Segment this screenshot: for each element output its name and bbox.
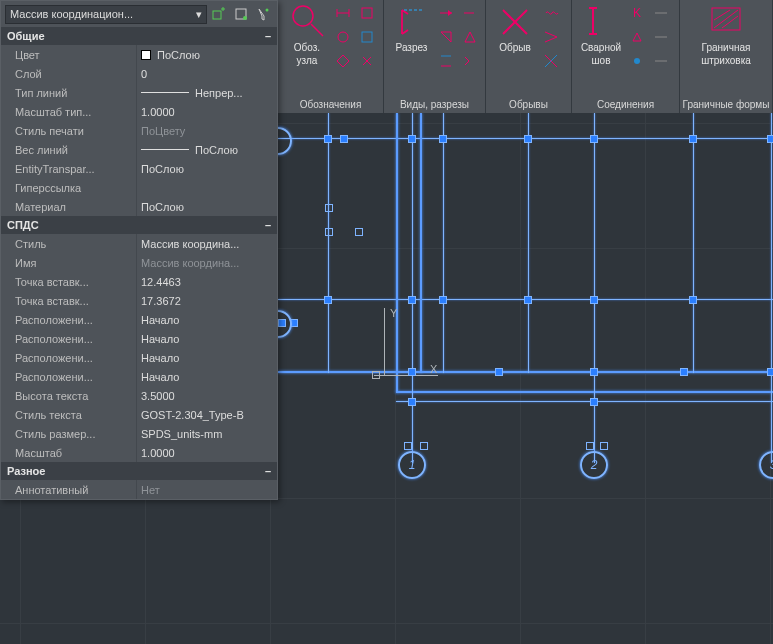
property-value-text: Массив координа... [141, 257, 239, 269]
property-value[interactable]: SPDS_units-mm [136, 424, 277, 443]
property-row[interactable]: Высота текста3.5000 [1, 386, 277, 405]
property-value[interactable]: 17.3672 [136, 291, 277, 310]
ribbon-g4-1[interactable]: K [626, 2, 648, 24]
svg-marker-13 [441, 32, 451, 42]
ribbon-g3-1[interactable] [540, 2, 562, 24]
chevron-down-icon: ▾ [196, 8, 202, 21]
ribbon-g4-5[interactable] [626, 50, 648, 72]
label: Обоз. [294, 42, 320, 53]
collapse-icon[interactable]: – [265, 219, 271, 231]
ribbon-g4-3[interactable] [626, 26, 648, 48]
ribbon-small-4[interactable] [356, 26, 378, 48]
collapse-icon[interactable]: – [265, 30, 271, 42]
property-row[interactable]: Точка вставк...12.4463 [1, 272, 277, 291]
property-value[interactable]: GOST-2.304_Type-B [136, 405, 277, 424]
property-row[interactable]: Стиль печатиПоЦвету [1, 121, 277, 140]
ribbon-g2-5[interactable] [435, 50, 457, 72]
property-row[interactable]: Вес линийПоСлою [1, 140, 277, 159]
property-row[interactable]: Расположени...Начало [1, 310, 277, 329]
property-row[interactable]: ЦветПоСлою [1, 45, 277, 64]
section-header[interactable]: СПДС– [1, 216, 277, 234]
quick-select-button[interactable] [253, 4, 273, 24]
ribbon-g2-1[interactable] [435, 2, 457, 24]
ribbon-g4-4[interactable] [650, 26, 672, 48]
property-value-text: 12.4463 [141, 276, 181, 288]
property-row[interactable]: СтильМассив координа... [1, 234, 277, 253]
property-value-text: 3.5000 [141, 390, 175, 402]
axis-bubble-1[interactable]: 1 [398, 451, 426, 479]
ribbon-g3-3[interactable] [540, 50, 562, 72]
property-value[interactable]: Массив координа... [136, 253, 277, 272]
property-value[interactable]: Начало [136, 367, 277, 386]
ribbon-small-3[interactable] [332, 26, 354, 48]
property-value-text: Начало [141, 314, 179, 326]
property-value[interactable]: Нет [136, 480, 277, 499]
svg-line-33 [722, 16, 738, 28]
property-value[interactable]: 1.0000 [136, 102, 277, 121]
collapse-icon[interactable]: – [265, 465, 271, 477]
property-value[interactable]: Начало [136, 329, 277, 348]
ribbon-g4-2[interactable] [650, 2, 672, 24]
property-key: Вес линий [1, 144, 136, 156]
properties-panel: Массив координацион... ▾ Общие–ЦветПоСло… [0, 0, 278, 500]
property-value[interactable]: ПоЦвету [136, 121, 277, 140]
ribbon-small-5[interactable] [332, 50, 354, 72]
property-row[interactable]: Стиль размер...SPDS_units-mm [1, 424, 277, 443]
ribbon-g2-4[interactable] [459, 26, 481, 48]
axis-bubble-2[interactable]: 2 [580, 451, 608, 479]
ribbon-small-2[interactable] [356, 2, 378, 24]
ribbon-g4-6[interactable] [650, 50, 672, 72]
break-button[interactable]: Обрыв [490, 2, 540, 66]
node-designation-button[interactable]: Обоз. узла [282, 2, 332, 66]
property-row[interactable]: Точка вставк...17.3672 [1, 291, 277, 310]
ribbon-g2-3[interactable] [435, 26, 457, 48]
property-row[interactable]: МатериалПоСлою [1, 197, 277, 216]
property-value[interactable]: 1.0000 [136, 443, 277, 462]
property-value-text: SPDS_units-mm [141, 428, 222, 440]
toggle-pickadd-button[interactable] [209, 4, 229, 24]
property-key: Стиль [1, 238, 136, 250]
weld-seam-button[interactable]: Сварной шов [576, 2, 626, 66]
property-row[interactable]: Масштаб1.0000 [1, 443, 277, 462]
property-key: EntityTranspar... [1, 163, 136, 175]
property-row[interactable]: Слой0 [1, 64, 277, 83]
section-button[interactable]: Разрез [388, 2, 435, 66]
property-value[interactable]: 3.5000 [136, 386, 277, 405]
property-value[interactable]: 12.4463 [136, 272, 277, 291]
property-value[interactable] [136, 178, 277, 197]
property-value[interactable]: ПоСлою [136, 45, 277, 64]
section-header[interactable]: Общие– [1, 27, 277, 45]
property-value[interactable]: Начало [136, 348, 277, 367]
property-row[interactable]: Тип линийНепрер... [1, 83, 277, 102]
object-type-dropdown[interactable]: Массив координацион... ▾ [5, 5, 207, 24]
property-value[interactable]: ПоСлою [136, 197, 277, 216]
property-row[interactable]: Расположени...Начало [1, 348, 277, 367]
ribbon-g2-6[interactable] [459, 50, 481, 72]
ribbon-g3-2[interactable] [540, 26, 562, 48]
axis-bubble-3[interactable]: 3 [759, 451, 773, 479]
ribbon-small-1[interactable] [332, 2, 354, 24]
property-value[interactable]: Массив координа... [136, 234, 277, 253]
property-value[interactable]: Начало [136, 310, 277, 329]
property-key: Масштаб [1, 447, 136, 459]
property-row[interactable]: Гиперссылка [1, 178, 277, 197]
ribbon-small-6[interactable] [356, 50, 378, 72]
select-objects-button[interactable] [231, 4, 251, 24]
section-header[interactable]: Разное– [1, 462, 277, 480]
property-row[interactable]: АннотативныйНет [1, 480, 277, 499]
property-value[interactable]: Непрер... [136, 83, 277, 102]
property-value[interactable]: ПоСлою [136, 159, 277, 178]
property-row[interactable]: EntityTranspar...ПоСлою [1, 159, 277, 178]
property-row[interactable]: Расположени...Начало [1, 367, 277, 386]
boundary-hatch-button[interactable]: Граничная штриховка [696, 2, 756, 66]
property-row[interactable]: Масштаб тип...1.0000 [1, 102, 277, 121]
ribbon-g2-2[interactable] [459, 2, 481, 24]
property-value[interactable]: 0 [136, 64, 277, 83]
property-row[interactable]: Расположени...Начало [1, 329, 277, 348]
property-key: Аннотативный [1, 484, 136, 496]
property-row[interactable]: Стиль текстаGOST-2.304_Type-B [1, 405, 277, 424]
property-row[interactable]: ИмяМассив координа... [1, 253, 277, 272]
section-title: СПДС [7, 219, 39, 231]
svg-point-0 [293, 6, 313, 26]
property-value[interactable]: ПоСлою [136, 140, 277, 159]
